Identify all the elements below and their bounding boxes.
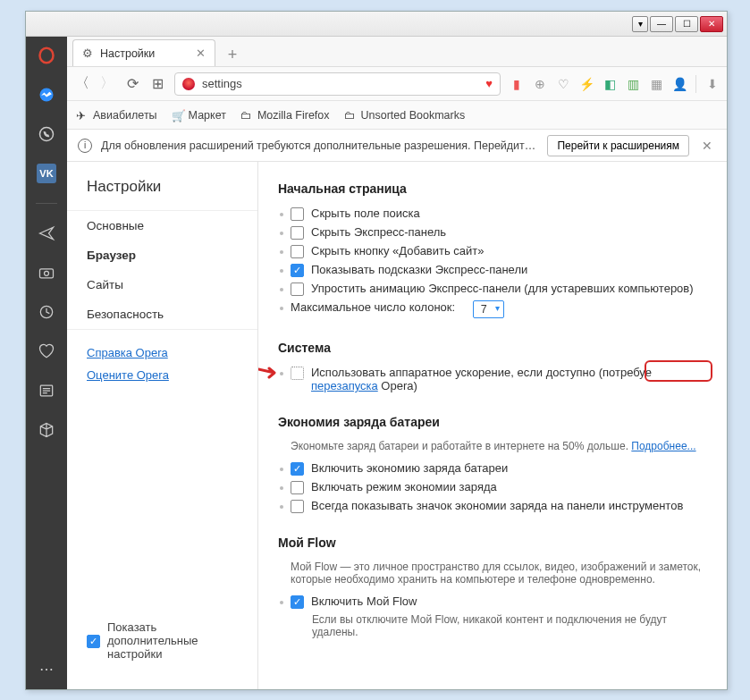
left-sidebar: VK ⋯ [26,37,67,689]
bookmark-heart-icon[interactable]: ♥ [485,77,493,90]
help-link[interactable]: Справка Opera [87,346,238,359]
battery-enable-checkbox[interactable] [291,462,304,476]
globe-icon[interactable]: ⊕ [533,77,547,91]
reload-button[interactable]: ⟳ [124,76,140,92]
notification-close-icon[interactable]: ✕ [698,139,716,153]
extensions-icon[interactable]: ▦ [649,77,663,91]
bookmark-folder[interactable]: 🗀Mozilla Firefox [240,109,330,122]
svg-point-0 [40,48,54,63]
sync-icon[interactable]: 👤 [672,77,687,91]
forward-button[interactable]: 〉 [99,76,115,92]
flow-enable-label: Включить Мой Flow [311,595,417,608]
tab-close-icon[interactable]: ✕ [196,46,206,60]
battery-mode-label: Включать режим экономии заряда [311,480,497,493]
battery-more-link[interactable]: Подробнее... [631,440,695,452]
hide-add-label: Скрыть кнопку «Добавить сайт» [311,244,485,257]
show-hints-checkbox[interactable] [291,264,304,277]
bookmark-item[interactable]: 🛒Маркет [172,109,226,122]
flow-note: Если вы отключите Мой Flow, никакой конт… [278,611,707,645]
adblock-icon[interactable]: ▮ [510,77,524,91]
whatsapp-icon[interactable] [37,124,56,144]
notification-bar: i Для обновления расширений требуются до… [67,130,727,162]
folder-icon: 🗀 [240,109,253,122]
cart-icon: 🛒 [172,109,184,122]
max-cols-select[interactable]: 7 [473,300,504,318]
sidenav-item-sites[interactable]: Сайты [67,270,257,299]
tab-title: Настройки [100,47,155,60]
tab-settings[interactable]: ⚙ Настройки ✕ [72,39,215,66]
download-icon[interactable]: ⬇ [705,77,720,91]
hardware-accel-label: Использовать аппаратное ускорение, если … [311,366,707,392]
battery-icon-label: Всегда показывать значок экономии заряда… [311,499,683,512]
messenger-icon[interactable] [37,85,56,105]
show-advanced-label: Показать дополнительные настройки [107,620,238,661]
bookmark-folder[interactable]: 🗀Unsorted Bookmarks [344,109,466,122]
max-cols-label: Максимальное число колонок: [291,300,455,314]
shield-icon[interactable]: ♡ [556,77,570,91]
client-area: VK ⋯ ⚙ Настройки ✕ + 〈 〉 ⟳ [26,37,727,689]
history-icon[interactable] [37,302,56,322]
ext2-icon[interactable]: ◧ [603,77,617,91]
bookmark-label: Авиабилеты [93,109,157,122]
svg-point-4 [45,271,49,275]
sidenav-item-browser[interactable]: Браузер [67,240,257,270]
cube-icon[interactable] [37,420,56,440]
sidenav-item-security[interactable]: Безопасность [67,299,257,329]
hide-search-checkbox[interactable] [291,207,304,221]
url-text: settings [202,77,242,90]
info-icon: i [78,139,92,153]
go-to-extensions-button[interactable]: Перейти к расширениям [547,135,689,156]
hide-speed-checkbox[interactable] [291,226,304,240]
show-advanced-row[interactable]: Показать дополнительные настройки [67,608,257,673]
speed-dial-button[interactable]: ⊞ [149,76,165,92]
bookmark-item[interactable]: ✈Авиабилеты [76,109,157,122]
hide-search-label: Скрыть поле поиска [311,207,420,220]
bookmark-label: Маркет [189,109,226,122]
new-tab-button[interactable]: + [219,43,246,66]
bookmark-label: Unsorted Bookmarks [361,109,466,122]
camera-icon[interactable] [37,263,56,283]
titlebar: ▾ — ☐ ✕ [26,12,727,37]
section-system-title: Система [278,341,707,355]
battery-mode-checkbox[interactable] [291,481,304,494]
hide-add-checkbox[interactable] [291,245,304,258]
restart-link[interactable]: перезапуска [311,379,378,392]
settings-content: Настройки Основные Браузер Сайты Безопас… [67,162,727,689]
opera-url-icon [182,78,195,90]
sidebar-menu-icon[interactable]: ⋯ [37,659,56,679]
send-icon[interactable] [37,223,56,243]
simplify-checkbox[interactable] [291,283,304,296]
window-close-button[interactable]: ✕ [700,16,723,32]
hardware-accel-checkbox[interactable] [291,367,304,380]
window-help-button[interactable]: ▾ [632,16,648,32]
url-input[interactable]: settings ♥ [174,72,501,96]
main-area: ⚙ Настройки ✕ + 〈 〉 ⟳ ⊞ settings ♥ ▮ ⊕ [67,37,727,689]
back-button[interactable]: 〈 [74,76,90,92]
flow-desc: Мой Flow — это личное пространство для с… [278,559,707,593]
simplify-label: Упростить анимацию Экспресс-панели (для … [311,282,694,295]
bookmark-label: Mozilla Firefox [257,109,330,122]
flow-enable-checkbox[interactable] [291,595,304,609]
window-frame: ▾ — ☐ ✕ VK ⋯ ⚙ Настройки ✕ [25,11,728,690]
opera-logo-icon[interactable] [37,46,56,65]
window-minimize-button[interactable]: — [650,16,673,32]
rate-link[interactable]: Оцените Opera [87,368,238,382]
ext1-icon[interactable]: ⚡ [579,77,594,91]
settings-sidenav: Настройки Основные Браузер Сайты Безопас… [67,162,258,689]
window-maximize-button[interactable]: ☐ [675,16,698,32]
vk-icon[interactable]: VK [37,164,56,183]
battery-icon-checkbox[interactable] [291,500,304,513]
notification-text: Для обновления расширений требуются допо… [101,139,538,152]
news-icon[interactable] [37,381,56,401]
callout-arrow-icon [258,366,280,380]
address-bar: 〈 〉 ⟳ ⊞ settings ♥ ▮ ⊕ ♡ ⚡ ◧ ▥ ▦ 👤 [67,67,727,101]
ext3-icon[interactable]: ▥ [626,77,640,91]
sidenav-item-basic[interactable]: Основные [67,211,257,240]
heart-icon[interactable] [37,342,56,361]
section-flow-title: Мой Flow [278,536,707,550]
show-advanced-checkbox[interactable] [87,635,100,648]
bookmarks-bar: ✈Авиабилеты 🛒Маркет 🗀Mozilla Firefox 🗀Un… [67,101,727,130]
tab-strip: ⚙ Настройки ✕ + [67,37,727,67]
battery-enable-label: Включить экономию заряда батареи [311,461,508,475]
battery-desc: Экономьте заряд батареи и работайте в ин… [278,438,707,460]
